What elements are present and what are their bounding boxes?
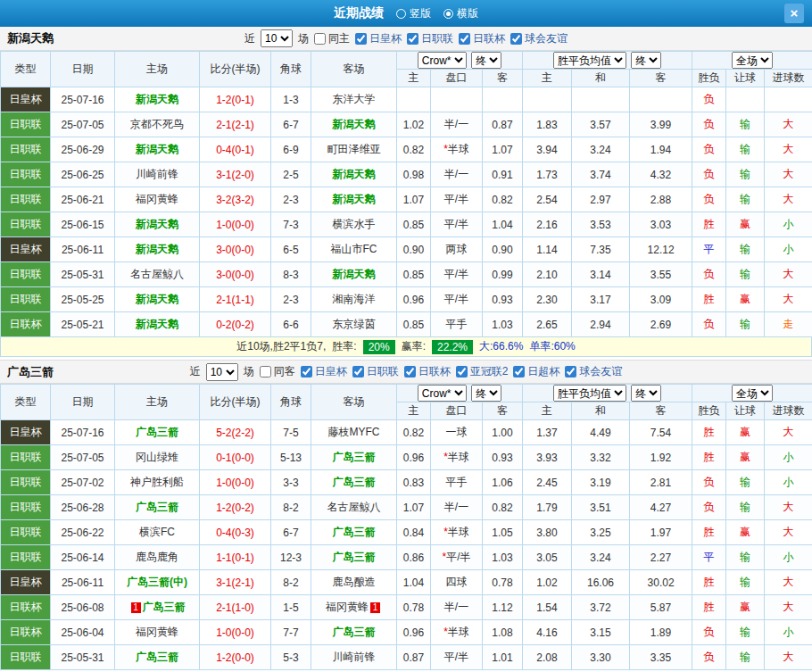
- league-badge: 日联杯: [1, 595, 51, 620]
- result-handicap: 输: [726, 645, 765, 670]
- league-filter[interactable]: 日联杯: [404, 364, 451, 379]
- away-team: 名古屋鲸八: [311, 495, 397, 520]
- league-filter[interactable]: 日职联: [407, 31, 453, 46]
- league-filter[interactable]: 球会友谊: [565, 364, 622, 379]
- league-filter-checkbox[interactable]: [459, 33, 470, 45]
- bookmaker-select[interactable]: Crow*: [418, 52, 467, 69]
- match-score: 1-2(0-2): [200, 495, 271, 520]
- corner-score: 6-7: [271, 112, 311, 137]
- opponent-team-name: 藤枝MYFC: [328, 426, 380, 438]
- recent-count-select[interactable]: 10: [261, 29, 293, 47]
- league-filter[interactable]: 日职联: [352, 364, 399, 379]
- league-filter-checkbox[interactable]: [352, 366, 364, 377]
- same-venue-filter[interactable]: 同主: [314, 31, 350, 46]
- league-filter[interactable]: 日皇杯: [355, 31, 402, 46]
- match-score: 2-1(1-0): [200, 595, 271, 620]
- league-filter-checkbox[interactable]: [456, 366, 468, 377]
- eu-home-odds: 1.02: [523, 570, 572, 595]
- league-filter-checkbox[interactable]: [407, 33, 418, 45]
- col-result: 胜负: [692, 70, 726, 87]
- eu-away-odds: 12.12: [630, 237, 692, 262]
- ah-away-odds: 1.05: [483, 520, 523, 545]
- asian-handicap-header: Crow* 终: [397, 52, 523, 70]
- col-goals-result: 进球数: [765, 402, 812, 420]
- league-filter[interactable]: 日皇杯: [301, 364, 347, 379]
- away-team: 东京绿茵: [311, 312, 397, 337]
- asian-handicap-header: Crow* 终: [397, 385, 523, 402]
- radio-icon-horizontal[interactable]: [443, 9, 453, 19]
- bookmaker-select[interactable]: Crow*: [418, 385, 467, 402]
- scope-select[interactable]: 全场: [732, 52, 773, 69]
- league-filter-checkbox[interactable]: [404, 366, 416, 377]
- league-filter-checkbox[interactable]: [565, 366, 576, 377]
- match-row: 日职联25-06-28广岛三箭1-2(0-2)8-2名古屋鲸八1.07半/一0.…: [1, 495, 812, 520]
- layout-option-vertical[interactable]: 竖版: [396, 6, 431, 21]
- league-filter[interactable]: 日超杯: [513, 364, 559, 379]
- odds-stage-select[interactable]: 终: [631, 52, 661, 69]
- same-venue-checkbox[interactable]: [314, 33, 326, 45]
- ah-line: *平/半: [431, 545, 483, 570]
- title-group: 近期战绩 竖版 横版: [334, 5, 478, 21]
- corner-score: 2-5: [271, 162, 311, 187]
- subject-team-name: 新潟天鹅: [136, 93, 178, 105]
- col-date: 日期: [51, 52, 115, 87]
- scope-select[interactable]: 全场: [732, 385, 773, 402]
- same-venue-filter[interactable]: 同客: [260, 364, 295, 379]
- home-team: 名古屋鲸八: [115, 262, 200, 287]
- close-button[interactable]: ×: [784, 4, 804, 23]
- summary-record: 近10场,胜2平1负7,: [236, 339, 326, 354]
- opponent-team-name: 名古屋鲸八: [130, 268, 184, 280]
- league-filter[interactable]: 球会友谊: [510, 31, 568, 46]
- opponent-team-name: 鹿岛鹿角: [136, 551, 178, 563]
- corner-score: 3-3: [271, 470, 311, 495]
- league-filter-label: 亚冠联2: [470, 364, 509, 379]
- league-filter-checkbox[interactable]: [301, 366, 312, 377]
- match-date: 25-06-14: [51, 545, 115, 570]
- match-row: 日职联25-05-31广岛三箭1-2(0-0)5-3川崎前锋0.87平/半1.0…: [1, 645, 812, 670]
- eu-home-odds: 1.37: [523, 420, 572, 445]
- league-filter-checkbox[interactable]: [355, 33, 367, 45]
- bookmaker-stage-select[interactable]: 终: [471, 385, 501, 402]
- result-wdl: 胜: [692, 420, 726, 445]
- eu-draw-odds: 3.17: [572, 287, 630, 312]
- match-row: 日联杯25-06-04福冈黄蜂1-0(0-0)7-7广岛三箭0.96*半球1.0…: [1, 620, 812, 645]
- result-goals: [765, 87, 812, 112]
- radio-icon-vertical[interactable]: [396, 9, 406, 19]
- ah-home-odds: [397, 87, 431, 112]
- matches-tbody: 日皇杯25-07-16广岛三箭5-2(2-2)7-5藤枝MYFC0.82一球1.…: [1, 420, 812, 670]
- eu-away-odds: 1.94: [630, 137, 692, 162]
- eu-away-odds: [630, 87, 692, 112]
- team-name: 新潟天鹅: [7, 30, 54, 46]
- eu-home-odds: 2.08: [523, 645, 572, 670]
- ah-away-odds: 0.82: [483, 495, 523, 520]
- league-badge: 日职联: [1, 470, 51, 495]
- league-filter-checkbox[interactable]: [513, 366, 525, 377]
- same-venue-checkbox[interactable]: [260, 366, 271, 377]
- league-filter[interactable]: 亚冠联2: [456, 364, 509, 379]
- league-filter-checkbox[interactable]: [510, 33, 522, 45]
- eu-home-odds: [523, 87, 572, 112]
- layout-option-horizontal[interactable]: 横版: [443, 6, 478, 21]
- eu-draw-odds: 3.72: [572, 595, 630, 620]
- subject-team-name: 新潟天鹅: [333, 193, 376, 205]
- result-goals: 大: [765, 420, 812, 445]
- league-filter-label: 日职联: [367, 364, 399, 379]
- result-goals: 大: [765, 112, 812, 137]
- league-badge: 日职联: [1, 545, 51, 570]
- recent-count-select[interactable]: 10: [206, 363, 238, 381]
- ah-line: 平手: [431, 312, 483, 337]
- odds-stage-select[interactable]: 终: [631, 385, 661, 402]
- home-team: 京都不死鸟: [115, 112, 200, 137]
- eu-away-odds: 7.54: [630, 420, 692, 445]
- odds-type-select[interactable]: 胜平负均值: [553, 52, 626, 69]
- corner-score: 8-3: [271, 262, 311, 287]
- eu-home-odds: 2.16: [523, 212, 572, 237]
- match-row: 日皇杯25-06-11广岛三箭(中)3-1(2-1)8-2鹿岛酿造1.04四球0…: [1, 570, 812, 595]
- bookmaker-stage-select[interactable]: 终: [471, 52, 501, 69]
- result-handicap: 赢: [726, 212, 765, 237]
- eu-away-odds: 1.92: [630, 445, 692, 470]
- opponent-team-name: 福冈黄蜂: [136, 626, 178, 638]
- league-filter-label: 球会友谊: [579, 364, 622, 379]
- league-filter[interactable]: 日联杯: [459, 31, 505, 46]
- odds-type-select[interactable]: 胜平负均值: [553, 385, 626, 402]
